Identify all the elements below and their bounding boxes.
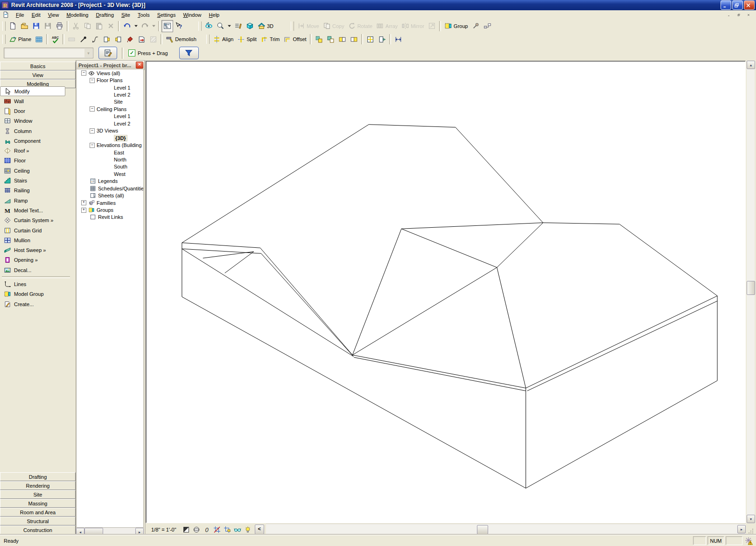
menu-item-tools[interactable]: Tools (134, 11, 154, 19)
tree-item-elevations-building[interactable]: −Elevations (Building (77, 141, 143, 148)
tree-item-3d-views[interactable]: −3D Views (77, 127, 143, 134)
pin-button[interactable] (470, 20, 482, 32)
child-minimize-button[interactable] (725, 11, 734, 19)
design-bar-item-railing[interactable]: Railing (0, 186, 76, 196)
tree-item-level-2[interactable]: Level 2 (77, 91, 143, 98)
element-properties-button[interactable] (98, 47, 117, 59)
menu-item-edit[interactable]: Edit (28, 11, 44, 19)
design-bar-item-roof[interactable]: Roof » (0, 146, 76, 155)
dropdown-arrow-button[interactable] (226, 20, 232, 32)
design-bar-tab-massing[interactable]: Massing (0, 499, 76, 508)
child-close-button[interactable] (744, 11, 753, 19)
project-browser-close-button[interactable]: ✕ (136, 62, 143, 69)
design-bar-item-mullion[interactable]: Mullion (0, 235, 76, 245)
design-bar-item-wall[interactable]: Wall (0, 96, 76, 106)
offset-button[interactable]: Offset (281, 33, 308, 45)
view-properties-button[interactable] (232, 20, 244, 32)
hscroll-thumb[interactable] (477, 525, 488, 534)
mirror-button[interactable]: Mirror (399, 20, 426, 32)
rotate-button[interactable]: Rotate (346, 20, 374, 32)
hscroll-right-icon[interactable]: ▸ (737, 525, 746, 533)
design-bar-item-lines[interactable]: Lines (0, 279, 76, 289)
new-document-button[interactable] (7, 20, 19, 32)
plane-grid-button[interactable] (33, 33, 45, 45)
close-button[interactable] (744, 0, 755, 10)
project-browser-header[interactable]: Project1 - Project br... ✕ (76, 60, 145, 70)
shadows-button[interactable] (202, 525, 211, 534)
tree-item-revit-links[interactable]: Revit Links (77, 214, 143, 221)
design-bar-item-opening[interactable]: Opening » (0, 255, 76, 265)
design-bar-item-host-sweep[interactable]: Host Sweep » (0, 245, 76, 255)
group-button[interactable]: Group (442, 20, 470, 32)
title-bar[interactable]: Revit Architecture 2008 - [Project1 - 3D… (0, 0, 756, 10)
array-button[interactable]: Array (374, 20, 399, 32)
save-to-central-button[interactable] (42, 20, 54, 32)
design-bar-item-window[interactable]: Window (0, 116, 76, 126)
type-selector-combo[interactable]: ▾ (4, 48, 93, 58)
tree-item-groups[interactable]: +Groups (77, 206, 143, 213)
design-bar-item-decal[interactable]: Decal... (0, 265, 76, 275)
menu-item-help[interactable]: Help (205, 11, 224, 19)
dropdown-arrow-button[interactable] (151, 20, 157, 32)
design-bar-item-floor[interactable]: Floor (0, 156, 76, 166)
wall-joins-button[interactable] (364, 33, 376, 45)
unpin-link-button[interactable] (482, 20, 493, 32)
dropdown-arrow-button[interactable] (133, 20, 139, 32)
linework-button[interactable] (392, 33, 404, 45)
spelling-button[interactable] (49, 33, 61, 45)
menu-item-file[interactable]: File (12, 11, 28, 19)
undo-button[interactable] (121, 20, 133, 32)
copy-button[interactable] (82, 20, 93, 32)
design-bar-tab-drafting[interactable]: Drafting (0, 472, 76, 481)
menu-item-site[interactable]: Site (118, 11, 134, 19)
wall-tool-button[interactable] (66, 33, 77, 45)
project-browser-toggle-button[interactable] (161, 20, 173, 32)
delete-button[interactable] (105, 20, 117, 32)
tree-item-site[interactable]: Site (77, 98, 143, 105)
filter-button[interactable] (179, 47, 199, 59)
split-button[interactable]: Split (235, 33, 258, 45)
collapse-icon[interactable]: − (90, 106, 95, 112)
tree-item-sheets-all[interactable]: Sheets (all) (77, 192, 143, 199)
type-selector-pen-button[interactable] (89, 33, 101, 45)
tree-item-south[interactable]: South (77, 163, 143, 170)
design-bar-tab-view[interactable]: View (0, 70, 76, 79)
restore-button[interactable] (732, 0, 743, 10)
expand-icon[interactable]: + (81, 200, 86, 205)
transfer-standards-button[interactable] (136, 33, 147, 45)
detail-level-button[interactable] (182, 525, 191, 534)
tree-item-north[interactable]: North (77, 156, 143, 163)
trim-button[interactable]: Trim (259, 33, 282, 45)
vscroll-up-icon[interactable]: ▴ (747, 61, 755, 69)
press-drag-checkbox[interactable]: ✓ (128, 49, 135, 56)
default-3d-box-button[interactable] (244, 20, 256, 32)
design-bar-item-ceiling[interactable]: Ceiling (0, 166, 76, 175)
join-geometry-button[interactable] (313, 33, 325, 45)
canvas-vscrollbar[interactable]: ▴ ▾ (747, 61, 755, 523)
copy-object-button[interactable]: Copy (321, 20, 346, 32)
temporary-hide-button[interactable] (233, 525, 242, 534)
tree-item-floor-plans[interactable]: −Floor Plans (77, 77, 143, 84)
zoom-button[interactable] (215, 20, 226, 32)
design-bar-item-model-group[interactable]: Model Group (0, 289, 76, 299)
design-bar-tab-rendering[interactable]: Rendering (0, 481, 76, 490)
view-scale-button[interactable]: 1/8" = 1'-0" (151, 527, 176, 532)
tree-item-families[interactable]: +Families (77, 199, 143, 206)
resize-grip[interactable] (748, 528, 754, 534)
design-bar-item-ramp[interactable]: Ramp (0, 196, 76, 205)
review-warnings-button[interactable] (745, 537, 754, 545)
design-bar-item-column[interactable]: Column (0, 126, 76, 136)
paint-bucket-button[interactable] (124, 33, 136, 45)
child-restore-button[interactable] (735, 11, 743, 19)
edit-wall-joins-button[interactable] (376, 33, 388, 45)
crop-off-button[interactable] (212, 525, 222, 534)
collapse-icon[interactable]: − (90, 128, 95, 133)
menu-item-window[interactable]: Window (179, 11, 205, 19)
design-bar-item-model-text[interactable]: Model Text... (0, 205, 76, 215)
vscroll-down-icon[interactable]: ▾ (747, 515, 755, 523)
design-bar-tab-basics[interactable]: Basics (0, 62, 76, 70)
menu-item-modelling[interactable]: Modelling (63, 11, 92, 19)
design-bar-item-component[interactable]: Component (0, 136, 76, 146)
minimize-button[interactable] (721, 0, 731, 10)
match-eyedropper-button[interactable] (77, 33, 89, 45)
